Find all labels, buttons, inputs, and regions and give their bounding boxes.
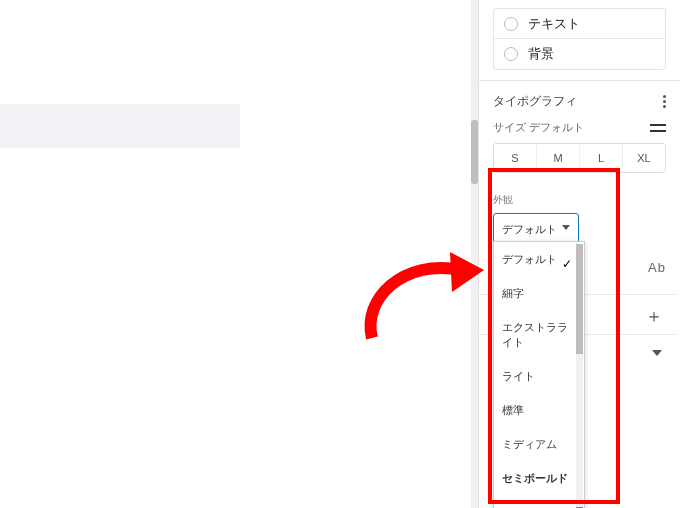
- dropdown-option-thin[interactable]: 細字: [494, 276, 576, 310]
- size-default-label: デフォルト: [529, 121, 584, 133]
- dropdown-scrollbar-thumb[interactable]: [576, 244, 583, 354]
- size-l-button[interactable]: L: [580, 144, 623, 172]
- scrollbar-thumb[interactable]: [471, 120, 478, 184]
- appearance-label: 外観: [493, 193, 666, 207]
- size-s-button[interactable]: S: [494, 144, 537, 172]
- size-m-button[interactable]: M: [537, 144, 580, 172]
- appearance-value: デフォルト: [502, 222, 557, 237]
- kebab-icon[interactable]: [663, 95, 666, 108]
- dropdown-option-light[interactable]: ライト: [494, 359, 576, 393]
- sliders-icon[interactable]: [650, 122, 666, 134]
- typography-section: タイポグラフィ サイズ デフォルト S M L XL: [479, 80, 680, 185]
- check-icon: ✓: [562, 256, 572, 272]
- color-background-label: 背景: [528, 45, 554, 63]
- size-xl-button[interactable]: XL: [623, 144, 665, 172]
- editor-canvas: [0, 0, 470, 508]
- dropdown-option-semibold[interactable]: セミボールド: [494, 461, 576, 495]
- typography-title: タイポグラフィ: [493, 93, 577, 110]
- appearance-dropdown: デフォルト ✓ 細字 エクストラライト ライト 標準 ミディアム: [493, 241, 585, 508]
- dropdown-option-extralight[interactable]: エクストラライト: [494, 310, 576, 358]
- plus-icon[interactable]: ＋: [645, 307, 663, 325]
- dropdown-option-regular[interactable]: 標準: [494, 393, 576, 427]
- color-text-label: テキスト: [528, 15, 580, 33]
- chevron-down-icon: [562, 225, 570, 233]
- size-button-group: S M L XL: [493, 143, 666, 173]
- size-label: サイズ: [493, 121, 526, 133]
- swatch-icon: [504, 17, 518, 31]
- dropdown-option-default[interactable]: デフォルト ✓: [494, 242, 576, 276]
- color-text-row[interactable]: テキスト: [494, 9, 665, 39]
- letter-case-sample[interactable]: Ab: [648, 260, 666, 275]
- swatch-icon: [504, 47, 518, 61]
- dropdown-option-medium[interactable]: ミディアム: [494, 427, 576, 461]
- content-placeholder: [0, 104, 240, 148]
- color-background-row[interactable]: 背景: [494, 39, 665, 69]
- dropdown-list: デフォルト ✓ 細字 エクストラライト ライト 標準 ミディアム: [494, 242, 576, 508]
- dropdown-scrollbar[interactable]: [576, 244, 583, 508]
- color-section: テキスト 背景: [479, 0, 680, 80]
- chevron-down-icon[interactable]: [651, 347, 663, 359]
- settings-sidebar: テキスト 背景 タイポグラフィ サイズ デフォルト S M L XL: [478, 0, 680, 508]
- appearance-section: 外観 デフォルト デフォルト ✓ 細字 エクストラライト ライト: [479, 185, 680, 253]
- sidebar-scrollbar[interactable]: [471, 0, 478, 508]
